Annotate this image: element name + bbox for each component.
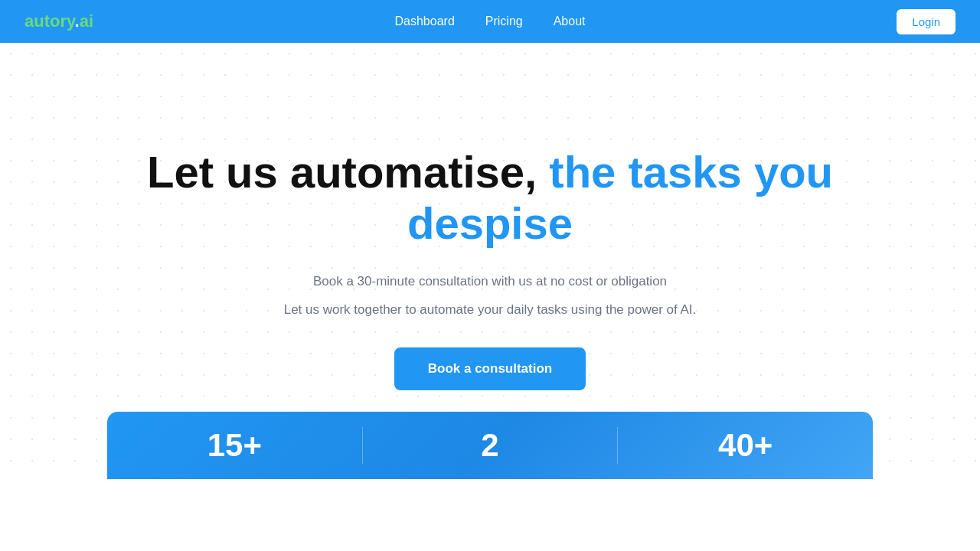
- logo: autory.ai: [24, 11, 93, 31]
- stat-value-0: 15+: [207, 427, 262, 464]
- nav-links: Dashboard Pricing About: [395, 15, 586, 28]
- navbar: autory.ai Dashboard Pricing About Login: [0, 0, 980, 43]
- hero-title-part1: Let us automatise,: [147, 147, 537, 197]
- hero-section: Let us automatise, the tasks you despise…: [0, 43, 980, 479]
- book-consultation-button[interactable]: Book a consultation: [394, 347, 586, 390]
- stat-value-2: 40+: [718, 427, 773, 464]
- stats-bar: 15+ 2 40+: [107, 412, 873, 479]
- hero-subtitle-1: Book a 30-minute consultation with us at…: [145, 271, 835, 292]
- nav-pricing[interactable]: Pricing: [485, 15, 523, 28]
- stat-item-0: 15+: [107, 427, 363, 464]
- stat-item-1: 2: [363, 427, 619, 464]
- stat-item-2: 40+: [618, 427, 873, 464]
- hero-subtitle-2: Let us work together to automate your da…: [145, 299, 835, 320]
- nav-dashboard[interactable]: Dashboard: [395, 15, 455, 28]
- hero-content: Let us automatise, the tasks you despise…: [145, 147, 835, 390]
- stat-value-1: 2: [481, 427, 498, 464]
- nav-about[interactable]: About: [554, 15, 586, 28]
- logo-ai: ai: [80, 11, 93, 31]
- login-button[interactable]: Login: [897, 9, 956, 34]
- logo-autory: autory: [24, 11, 75, 31]
- hero-title: Let us automatise, the tasks you despise: [145, 147, 835, 249]
